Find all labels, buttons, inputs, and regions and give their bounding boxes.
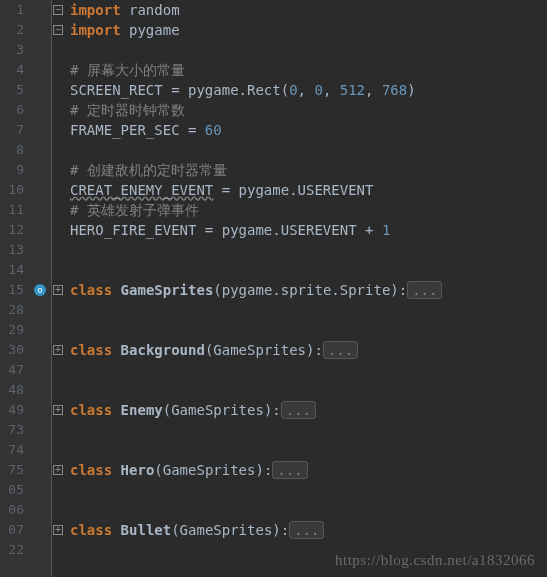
code-token: HERO_FIRE_EVENT = pygame.USEREVENT + [70,222,382,238]
icon-gutter: o [30,0,52,577]
code-token: SCREEN_RECT = pygame.Rect( [70,82,289,98]
code-area[interactable]: import randomimport pygame# 屏幕大小的常量SCREE… [66,0,547,577]
fold-expand-icon[interactable]: + [53,345,63,355]
code-line[interactable] [70,540,547,560]
code-token: Bullet [121,522,172,538]
line-number: 11 [4,200,24,220]
line-number: 3 [4,40,24,60]
code-line[interactable]: SCREEN_RECT = pygame.Rect(0, 0, 512, 768… [70,80,547,100]
code-line[interactable] [70,480,547,500]
line-number: 2 [4,20,24,40]
code-line[interactable] [70,320,547,340]
line-number: 13 [4,240,24,260]
line-number: 7 [4,120,24,140]
code-token: 0 [314,82,322,98]
fold-expand-icon[interactable]: + [53,465,63,475]
code-line[interactable]: # 屏幕大小的常量 [70,60,547,80]
line-number: 22 [4,540,24,560]
folded-region[interactable]: ... [272,461,307,479]
line-number: 29 [4,320,24,340]
code-line[interactable] [70,240,547,260]
folded-region[interactable]: ... [407,281,442,299]
code-token: , [365,82,382,98]
code-editor[interactable]: 1234567891011121314152829304748497374750… [0,0,547,577]
code-line[interactable] [70,260,547,280]
code-token: 60 [205,122,222,138]
code-line[interactable]: import pygame [70,20,547,40]
code-line[interactable] [70,420,547,440]
code-token: Hero [121,462,155,478]
code-token: (GameSprites): [163,402,281,418]
code-token: CREAT_ENEMY_EVENT [70,182,213,198]
code-line[interactable]: class Bullet(GameSprites):... [70,520,547,540]
code-line[interactable]: HERO_FIRE_EVENT = pygame.USEREVENT + 1 [70,220,547,240]
fold-expand-icon[interactable]: + [53,525,63,535]
line-number: 12 [4,220,24,240]
code-token: , [323,82,340,98]
code-token: ) [407,82,415,98]
code-token: (GameSprites): [171,522,289,538]
line-number: 30 [4,340,24,360]
code-token: FRAME_PER_SEC = [70,122,205,138]
code-token: # 定时器时钟常数 [70,102,185,118]
code-token: # 屏幕大小的常量 [70,62,185,78]
code-line[interactable] [70,40,547,60]
code-line[interactable]: class Enemy(GameSprites):... [70,400,547,420]
code-line[interactable]: class Background(GameSprites):... [70,340,547,360]
line-number: 1 [4,0,24,20]
code-line[interactable]: class GameSprites(pygame.sprite.Sprite):… [70,280,547,300]
override-icon[interactable]: o [34,284,46,296]
code-token: GameSprites [121,282,214,298]
code-line[interactable] [70,140,547,160]
code-line[interactable]: # 定时器时钟常数 [70,100,547,120]
code-token: class [70,402,112,418]
code-token: class [70,342,112,358]
code-token: class [70,462,112,478]
fold-collapse-icon[interactable]: − [53,25,63,35]
code-token: Background [121,342,205,358]
code-token [112,462,120,478]
code-line[interactable]: CREAT_ENEMY_EVENT = pygame.USEREVENT [70,180,547,200]
code-token [112,402,120,418]
code-line[interactable]: import random [70,0,547,20]
code-line[interactable]: # 英雄发射子弹事件 [70,200,547,220]
line-number: 05 [4,480,24,500]
code-line[interactable]: FRAME_PER_SEC = 60 [70,120,547,140]
code-token [112,282,120,298]
code-line[interactable] [70,440,547,460]
line-number: 6 [4,100,24,120]
code-token: = pygame.USEREVENT [213,182,373,198]
line-number: 07 [4,520,24,540]
fold-gutter: −−+++++ [52,0,66,577]
code-line[interactable] [70,360,547,380]
fold-collapse-icon[interactable]: − [53,5,63,15]
fold-expand-icon[interactable]: + [53,285,63,295]
code-line[interactable]: # 创建敌机的定时器常量 [70,160,547,180]
code-token: 1 [382,222,390,238]
line-number: 10 [4,180,24,200]
code-token: import [70,2,121,18]
code-token: (GameSprites): [154,462,272,478]
folded-region[interactable]: ... [281,401,316,419]
line-number: 28 [4,300,24,320]
line-number: 73 [4,420,24,440]
line-number: 5 [4,80,24,100]
code-token [112,342,120,358]
line-number: 47 [4,360,24,380]
line-number: 14 [4,260,24,280]
code-line[interactable]: class Hero(GameSprites):... [70,460,547,480]
line-number-gutter: 1234567891011121314152829304748497374750… [0,0,30,577]
code-line[interactable] [70,300,547,320]
code-line[interactable] [70,380,547,400]
code-token [112,522,120,538]
line-number: 06 [4,500,24,520]
code-token: pygame [121,22,180,38]
folded-region[interactable]: ... [323,341,358,359]
folded-region[interactable]: ... [289,521,324,539]
code-token: 0 [289,82,297,98]
code-token: random [121,2,180,18]
fold-expand-icon[interactable]: + [53,405,63,415]
line-number: 49 [4,400,24,420]
code-line[interactable] [70,500,547,520]
code-token: # 英雄发射子弹事件 [70,202,199,218]
